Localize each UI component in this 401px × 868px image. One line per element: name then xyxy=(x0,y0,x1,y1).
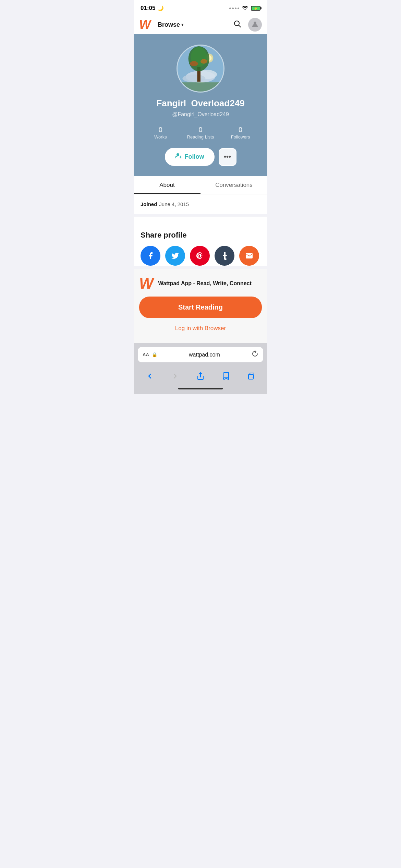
share-tumblr-button[interactable] xyxy=(215,246,234,266)
profile-avatar xyxy=(177,45,224,93)
svg-rect-19 xyxy=(248,374,253,379)
wattpad-logo: W xyxy=(139,19,151,31)
wifi-icon xyxy=(242,5,248,11)
profile-handle: @Fangirl_Overload249 xyxy=(172,111,229,118)
share-pinterest-button[interactable] xyxy=(190,246,210,266)
start-reading-button[interactable]: Start Reading xyxy=(139,297,262,318)
chevron-down-icon: ▾ xyxy=(181,22,183,27)
login-browser-button[interactable]: Log in with Browser xyxy=(139,324,262,337)
works-count: 0 xyxy=(159,126,162,134)
tab-about[interactable]: About xyxy=(134,176,200,194)
browse-label: Browse xyxy=(158,21,180,28)
status-bar: 01:05 🌙 ⚡ xyxy=(134,0,267,15)
signal-dots xyxy=(229,8,239,9)
back-button[interactable] xyxy=(140,369,159,385)
svg-point-15 xyxy=(177,153,179,156)
tabs-button[interactable] xyxy=(242,369,261,385)
user-avatar-button[interactable] xyxy=(248,18,262,32)
more-options-button[interactable]: ••• xyxy=(219,148,236,166)
navbar: W Browse ▾ xyxy=(134,15,267,34)
svg-point-2 xyxy=(254,22,256,24)
stat-reading-lists[interactable]: 0 Reading Lists xyxy=(181,126,221,140)
bottom-navigation xyxy=(134,366,267,385)
followers-count: 0 xyxy=(239,126,242,134)
about-section: Joined June 4, 2015 xyxy=(134,194,267,214)
works-label: Works xyxy=(154,134,167,140)
tabs-row: About Conversations xyxy=(134,176,267,194)
home-indicator xyxy=(134,385,267,394)
lock-icon: 🔒 xyxy=(152,352,157,357)
tab-conversations-label: Conversations xyxy=(215,182,253,188)
joined-date: June 4, 2015 xyxy=(159,201,189,207)
app-name-label: Wattpad App - Read, Write, Connect xyxy=(158,280,252,287)
search-button[interactable] xyxy=(230,17,244,33)
status-time: 01:05 🌙 xyxy=(141,5,164,12)
reload-button[interactable] xyxy=(252,350,258,359)
search-icon xyxy=(233,21,241,29)
app-banner: W Wattpad App - Read, Write, Connect xyxy=(134,269,267,297)
share-facebook-button[interactable] xyxy=(141,246,160,266)
start-reading-label: Start Reading xyxy=(178,303,223,311)
profile-actions: Follow ••• xyxy=(165,148,236,166)
share-profile-section: Share profile xyxy=(134,217,267,266)
login-browser-label: Log in with Browser xyxy=(175,325,226,331)
browser-bar: AA 🔒 wattpad.com xyxy=(134,343,267,366)
svg-point-13 xyxy=(200,59,207,63)
followers-label: Followers xyxy=(231,134,250,140)
svg-point-6 xyxy=(182,74,205,82)
svg-rect-14 xyxy=(178,82,223,92)
share-icons-row xyxy=(141,246,260,266)
wattpad-app-logo: W xyxy=(139,276,154,291)
more-icon: ••• xyxy=(224,153,231,161)
follow-icon xyxy=(175,153,182,161)
moon-icon: 🌙 xyxy=(157,5,164,11)
profile-stats: 0 Works 0 Reading Lists 0 Followers xyxy=(141,126,260,140)
share-profile-title: Share profile xyxy=(141,231,260,240)
status-right: ⚡ xyxy=(229,5,260,11)
battery-indicator: ⚡ xyxy=(251,6,260,11)
profile-username: Fangirl_Overload249 xyxy=(156,98,244,109)
follow-label: Follow xyxy=(185,153,204,160)
svg-point-12 xyxy=(190,61,198,66)
joined-row: Joined June 4, 2015 xyxy=(141,201,260,207)
stat-followers[interactable]: 0 Followers xyxy=(220,126,260,140)
bookmarks-button[interactable] xyxy=(216,369,235,385)
reading-lists-count: 0 xyxy=(198,126,202,134)
browser-bar-inner: AA 🔒 wattpad.com xyxy=(138,347,263,362)
user-icon xyxy=(251,20,259,29)
svg-line-1 xyxy=(239,25,241,27)
stat-works[interactable]: 0 Works xyxy=(141,126,181,140)
font-size-button[interactable]: AA xyxy=(143,352,149,357)
time-display: 01:05 xyxy=(141,5,155,12)
forward-button[interactable] xyxy=(166,369,185,385)
tab-conversations[interactable]: Conversations xyxy=(200,176,267,194)
follow-button[interactable]: Follow xyxy=(165,148,215,166)
reading-lists-label: Reading Lists xyxy=(187,134,214,140)
home-bar xyxy=(178,388,223,389)
joined-label: Joined xyxy=(141,201,157,207)
cta-section: Start Reading Log in with Browser xyxy=(134,297,267,343)
share-twitter-button[interactable] xyxy=(165,246,185,266)
share-button[interactable] xyxy=(191,369,210,385)
browser-url[interactable]: wattpad.com xyxy=(160,352,249,358)
profile-header: Fangirl_Overload249 @Fangirl_Overload249… xyxy=(134,34,267,176)
share-email-button[interactable] xyxy=(239,246,259,266)
browse-button[interactable]: Browse ▾ xyxy=(155,20,186,30)
tab-about-label: About xyxy=(159,182,174,188)
